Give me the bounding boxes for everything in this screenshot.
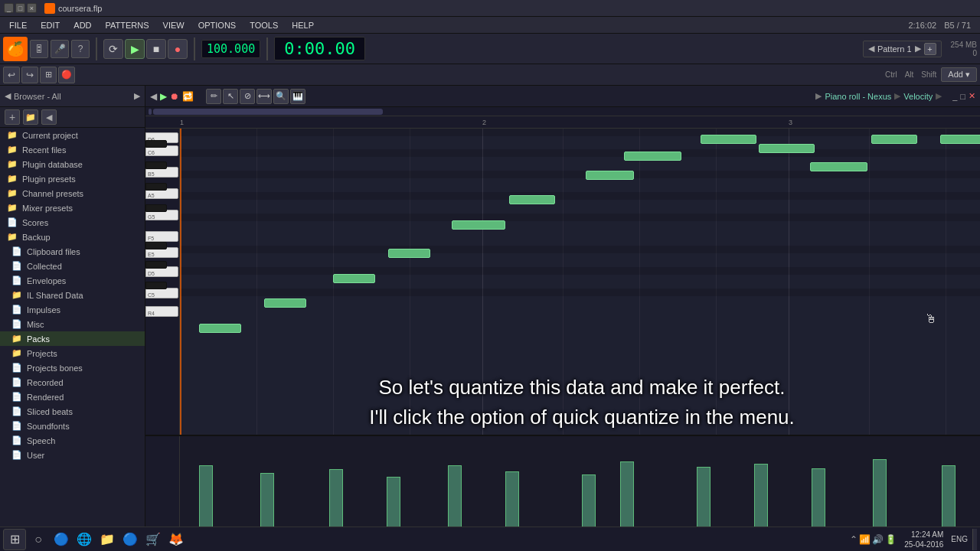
sidebar-item-collected[interactable]: 📄 Collected [0, 259, 145, 273]
next-pattern-btn[interactable]: ▶ [915, 44, 921, 54]
tray-arrow[interactable]: ⌃ [850, 534, 858, 545]
menu-edit[interactable]: EDIT [34, 19, 66, 31]
task-store[interactable]: 🛒 [142, 529, 164, 550]
eraser-tool[interactable]: ⊘ [240, 89, 255, 104]
velocity-label[interactable]: Velocity [903, 92, 933, 101]
vel-bar-5[interactable] [448, 465, 462, 527]
vel-bar-6[interactable] [505, 471, 519, 527]
window-close-pr[interactable]: ✕ [969, 91, 975, 101]
sidebar-item-projects-bones[interactable]: 📄 Projects bones [0, 360, 145, 375]
add-pattern-btn[interactable]: + [924, 43, 936, 55]
menu-add[interactable]: ADD [67, 19, 97, 31]
sidebar-item-envelopes[interactable]: 📄 Envelopes [0, 273, 145, 288]
record-pattern-btn[interactable]: ⏺ [170, 91, 179, 102]
sidebar-item-current-project[interactable]: 📁 Current project [0, 128, 145, 142]
mixer-icon[interactable]: 🎛 [30, 40, 48, 58]
note-8[interactable] [624, 152, 681, 161]
window-minimize-pr[interactable]: _ [952, 92, 957, 101]
record-to-steps-btn[interactable]: 🔴 [58, 67, 75, 83]
browser-folder-btn[interactable]: 📁 [23, 109, 38, 125]
sidebar-item-projects[interactable]: 📁 Projects [0, 346, 145, 360]
task-ie[interactable]: 🔵 [119, 529, 141, 550]
note-5[interactable] [452, 220, 505, 230]
vel-bar-10[interactable] [754, 464, 768, 527]
detuning-tool[interactable]: ⟷ [256, 89, 272, 104]
menu-tools[interactable]: TOOLS [243, 19, 284, 31]
note-1[interactable] [199, 324, 241, 333]
help-icon[interactable]: ? [71, 40, 90, 58]
vel-bar-9[interactable] [697, 467, 710, 527]
sidebar-item-user[interactable]: 📄 User [0, 448, 145, 462]
prev-pattern-btn[interactable]: ◀ [868, 44, 874, 54]
key-f5[interactable]: F5 [145, 231, 178, 242]
sidebar-item-soundfonts[interactable]: 📄 Soundfonts [0, 419, 145, 433]
vel-bar-11[interactable] [812, 468, 825, 527]
sidebar-item-clipboard-files[interactable]: 📄 Clipboard files [0, 244, 145, 259]
add-btn[interactable]: Add ▾ [941, 67, 977, 82]
loop-pattern-btn[interactable]: 🔁 [182, 91, 194, 102]
note-6[interactable] [509, 195, 555, 204]
sidebar-item-misc[interactable]: 📄 Misc [0, 317, 145, 331]
stop-btn[interactable]: ■ [146, 39, 166, 59]
menu-options[interactable]: OPTIONS [192, 19, 243, 31]
taskbar-datetime[interactable]: 12:24 AM 25-04-2016 [904, 530, 943, 549]
pencil-tool[interactable]: ✏ [206, 89, 221, 104]
tray-volume[interactable]: 🔊 [872, 534, 884, 545]
vel-bar-8[interactable] [620, 461, 634, 527]
browser-back-btn[interactable]: ◀ [41, 109, 57, 125]
note-10[interactable] [759, 144, 815, 153]
piano-roll-label[interactable]: Piano roll - Nexus [825, 92, 891, 101]
note-13[interactable] [940, 135, 980, 144]
note-grid[interactable]: 🖱 [180, 129, 980, 435]
sidebar-item-rendered[interactable]: 📄 Rendered [0, 390, 145, 404]
sidebar-item-packs[interactable]: 📁 Packs [0, 331, 145, 346]
menu-view[interactable]: VIEW [157, 19, 191, 31]
play-btn[interactable]: ▶ [125, 39, 145, 59]
snap-btn[interactable]: ⊞ [40, 67, 57, 83]
sidebar-item-il-shared-data[interactable]: 📁 IL Shared Data [0, 288, 145, 302]
undo-btn[interactable]: ↩ [3, 67, 20, 83]
note-3[interactable] [333, 274, 375, 283]
window-maximize-pr[interactable]: □ [960, 92, 965, 101]
note-4[interactable] [388, 249, 430, 258]
sidebar-item-recorded[interactable]: 📄 Recorded [0, 375, 145, 390]
top-scrollbar[interactable] [145, 107, 980, 116]
key-eb6[interactable] [145, 140, 167, 148]
task-search[interactable]: ○ [28, 529, 49, 550]
sidebar-item-mixer-presets[interactable]: 📁 Mixer presets [0, 201, 145, 215]
sidebar-item-speech[interactable]: 📄 Speech [0, 433, 145, 448]
vel-bar-1[interactable] [199, 465, 213, 527]
task-firefox[interactable]: 🦊 [165, 529, 187, 550]
bpm-display[interactable]: 100.000 [201, 40, 260, 58]
sidebar-item-sliced-beats[interactable]: 📄 Sliced beats [0, 404, 145, 419]
vel-bar-7[interactable] [582, 474, 596, 527]
loop-btn[interactable]: ⟳ [103, 39, 123, 59]
note-2[interactable] [264, 298, 306, 308]
piano-tool[interactable]: 🎹 [290, 89, 305, 104]
play-pattern-btn[interactable]: ▶ [160, 91, 167, 102]
vel-bar-13[interactable] [942, 465, 956, 527]
key-cb5[interactable] [145, 282, 167, 289]
tray-network[interactable]: 📶 [859, 534, 871, 545]
redo-btn[interactable]: ↪ [21, 67, 38, 83]
sidebar-item-plugin-database[interactable]: 📁 Plugin database [0, 157, 145, 171]
vel-bar-3[interactable] [329, 469, 343, 527]
task-edge[interactable]: 🌐 [74, 529, 95, 550]
key-b4[interactable]: R4 [145, 306, 178, 317]
maximize-btn[interactable]: □ [15, 3, 25, 13]
select-tool[interactable]: ↖ [223, 89, 238, 104]
prev-arrow[interactable]: ◀ [150, 91, 157, 102]
sidebar-item-backup[interactable]: 📁 Backup [0, 230, 145, 244]
start-btn[interactable]: ⊞ [3, 529, 26, 550]
sidebar-item-recent-files[interactable]: 📁 Recent files [0, 142, 145, 157]
menu-patterns[interactable]: PATTERNS [100, 19, 155, 31]
key-db5[interactable] [145, 261, 167, 269]
key-ab5[interactable] [145, 183, 167, 191]
close-btn[interactable]: × [27, 3, 37, 13]
sidebar-item-channel-presets[interactable]: 📁 Channel presets [0, 186, 145, 201]
fl-logo[interactable]: 🍊 [3, 37, 28, 61]
tray-battery[interactable]: 🔋 [885, 534, 897, 545]
zoom-tool[interactable]: 🔍 [273, 89, 289, 104]
note-7[interactable] [586, 171, 634, 180]
show-desktop-btn[interactable] [972, 529, 977, 550]
